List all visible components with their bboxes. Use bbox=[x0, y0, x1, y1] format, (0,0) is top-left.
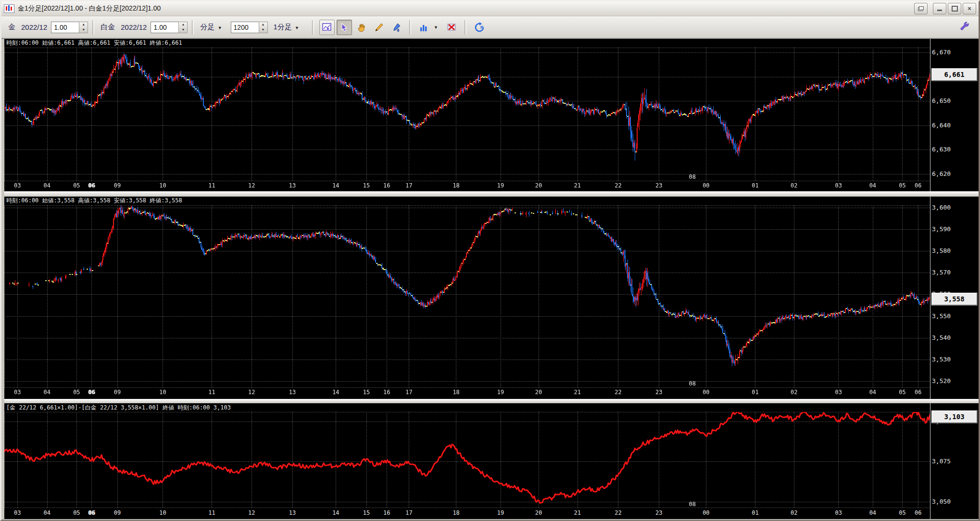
bar-count-value[interactable]: 1200 bbox=[231, 22, 259, 33]
x-axis-tick-label: 23 bbox=[655, 509, 662, 516]
title-bar[interactable]: 金1分足[2022/12]1.00 - 白金1分足[2022/12]1.00 × bbox=[1, 1, 979, 16]
x-axis-tick-label: 06 bbox=[915, 509, 921, 516]
x-axis-tick-label: 12 bbox=[248, 509, 255, 516]
toolbar-separator bbox=[92, 20, 94, 35]
gold-x-axis: 0304050609101112131415161718192021222300… bbox=[4, 181, 930, 191]
platinum-multiplier-spinner[interactable]: 1.00 ▲ ▼ bbox=[151, 22, 188, 33]
x-axis-tick-label: 22 bbox=[615, 389, 621, 396]
bar-count-spin-buttons[interactable]: ▲ ▼ bbox=[259, 22, 268, 33]
platinum-price-box: 3,558 bbox=[931, 293, 978, 306]
bar-type-dropdown[interactable]: 分足 ▼ bbox=[200, 23, 226, 32]
gold-candlestick-canvas[interactable] bbox=[4, 48, 930, 181]
toolbar: 金 2022/12 1.00 ▲ ▼ 白金 2022/12 1.00 ▲ ▼ 分… bbox=[1, 16, 979, 39]
x-axis-tick-label: 14 bbox=[332, 182, 339, 189]
x-axis-tick-label: 22 bbox=[615, 182, 621, 189]
x-axis-tick-label: 16 bbox=[383, 389, 390, 396]
x-axis-tick-label: 23 bbox=[655, 389, 662, 396]
x-axis-tick-label: 13 bbox=[289, 509, 296, 516]
x-axis-tick-label: 20 bbox=[535, 182, 542, 189]
toolbar-separator bbox=[465, 20, 466, 35]
x-axis-tick-label: 10 bbox=[159, 182, 166, 189]
x-axis-tick-label: 05 bbox=[73, 509, 80, 516]
select-tool-button[interactable] bbox=[337, 20, 352, 35]
x-axis-tick-label: 04 bbox=[44, 389, 50, 396]
x-axis-tick-label: 03 bbox=[835, 509, 842, 516]
spin-up-icon[interactable]: ▲ bbox=[259, 22, 267, 27]
bar-count-spinner[interactable]: 1200 ▲ ▼ bbox=[231, 22, 268, 33]
x-axis-tick-label: 16 bbox=[383, 182, 390, 189]
interval-dropdown[interactable]: 1分足 ▼ bbox=[274, 23, 304, 32]
y-axis-tick-label: 3,050 bbox=[932, 498, 951, 505]
x-axis-tick-label: 00 bbox=[703, 182, 709, 189]
x-axis-tick-label: 01 bbox=[752, 389, 758, 396]
gold-label: 金 bbox=[8, 23, 15, 32]
platinum-multiplier-spin-buttons[interactable]: ▲ ▼ bbox=[178, 22, 188, 33]
panel-separator[interactable] bbox=[4, 192, 979, 197]
candlestick-app-icon bbox=[4, 4, 14, 13]
toolbar-separator bbox=[409, 20, 411, 35]
x-axis-tick-label: 06 bbox=[88, 182, 95, 189]
chart-cursor-tool-button[interactable] bbox=[319, 20, 335, 35]
spread-info-line: [金 22/12 6,661×1.00]-[白金 22/12 3,558×1.0… bbox=[4, 403, 930, 412]
x-axis-tick-label: 21 bbox=[574, 389, 581, 396]
panel-separator[interactable] bbox=[4, 399, 979, 403]
platinum-candlestick-canvas[interactable] bbox=[4, 205, 930, 388]
y-axis-tick-label: 3,550 bbox=[932, 312, 951, 320]
chart-stack: 時刻:06:00 始値:6,661 高値:6,661 安値:6,661 終値:6… bbox=[1, 39, 979, 520]
spread-chart-panel[interactable]: [金 22/12 6,661×1.00]-[白金 22/12 3,558×1.0… bbox=[4, 403, 979, 520]
x-axis-tick-label: 00 bbox=[703, 389, 709, 396]
x-axis-tick-label: 09 bbox=[114, 389, 121, 396]
x-axis-tick-label: 03 bbox=[14, 509, 21, 516]
reload-button[interactable]: R bbox=[472, 20, 487, 35]
gold-multiplier-spinner[interactable]: 1.00 ▲ ▼ bbox=[51, 22, 88, 33]
close-button[interactable]: × bbox=[963, 3, 976, 14]
x-axis-tick-label: 17 bbox=[405, 509, 412, 516]
platinum-multiplier-value[interactable]: 1.00 bbox=[151, 22, 178, 33]
wrench-icon bbox=[959, 22, 971, 33]
gold-y-axis: 6,661 6,6706,6606,6506,6406,6306,620 bbox=[930, 39, 979, 191]
x-axis-tick-label: 01 bbox=[752, 509, 758, 516]
spread-line-canvas[interactable] bbox=[4, 412, 930, 508]
x-axis-tick-label: 04 bbox=[869, 182, 876, 189]
delete-indicator-button[interactable] bbox=[444, 20, 459, 35]
spin-down-icon[interactable]: ▼ bbox=[259, 27, 267, 33]
indicator-chart-button[interactable] bbox=[416, 20, 432, 35]
chevron-down-icon: ▼ bbox=[218, 25, 222, 30]
spread-plot-area[interactable]: 08 bbox=[4, 412, 930, 508]
x-axis-tick-label: 15 bbox=[363, 509, 370, 516]
date-change-label: 08 bbox=[689, 174, 696, 180]
pan-tool-button[interactable] bbox=[354, 20, 369, 35]
y-axis-tick-label: 3,590 bbox=[932, 225, 951, 233]
gold-multiplier-spin-buttons[interactable]: ▲ ▼ bbox=[79, 22, 88, 33]
platinum-y-axis: 3,558 3,6003,5903,5803,5703,5603,5503,54… bbox=[930, 197, 979, 399]
toolbar-separator bbox=[192, 20, 194, 35]
gold-multiplier-value[interactable]: 1.00 bbox=[51, 22, 79, 33]
platinum-chart-panel[interactable]: 時刻:06:00 始値:3,558 高値:3,558 安値:3,558 終値:3… bbox=[4, 197, 979, 399]
gold-chart-panel[interactable]: 時刻:06:00 始値:6,661 高値:6,661 安値:6,661 終値:6… bbox=[4, 39, 979, 192]
y-axis-tick-label: 3,600 bbox=[932, 204, 951, 211]
maximize-button[interactable] bbox=[948, 3, 961, 14]
settings-button[interactable] bbox=[957, 20, 973, 35]
minimize-button[interactable] bbox=[933, 3, 946, 14]
draw-line-tool-button[interactable] bbox=[371, 20, 387, 35]
toolbar-separator bbox=[312, 20, 314, 35]
spin-down-icon[interactable]: ▼ bbox=[179, 27, 187, 33]
select-arrow-icon bbox=[339, 22, 350, 33]
chevron-down-icon[interactable]: ▼ bbox=[434, 25, 438, 30]
gold-plot-area[interactable]: 08 bbox=[4, 48, 930, 181]
cascade-windows-button[interactable] bbox=[914, 3, 928, 14]
x-axis-tick-label: 20 bbox=[535, 389, 542, 396]
move-line-tool-button[interactable] bbox=[389, 20, 404, 35]
spread-price-box: 3,103 bbox=[931, 410, 978, 423]
x-axis-tick-label: 11 bbox=[208, 509, 215, 516]
x-axis-tick-label: 16 bbox=[383, 509, 390, 516]
x-axis-tick-label: 17 bbox=[405, 389, 412, 396]
spin-up-icon[interactable]: ▲ bbox=[79, 22, 88, 27]
spin-down-icon[interactable]: ▼ bbox=[79, 27, 88, 33]
spin-up-icon[interactable]: ▲ bbox=[179, 22, 187, 27]
platinum-month-label: 2022/12 bbox=[121, 23, 147, 31]
x-axis-tick-label: 11 bbox=[208, 389, 215, 396]
x-axis-tick-label: 06 bbox=[915, 389, 921, 396]
platinum-plot-area[interactable]: 08 bbox=[4, 205, 930, 387]
x-axis-tick-label: 03 bbox=[835, 182, 842, 189]
